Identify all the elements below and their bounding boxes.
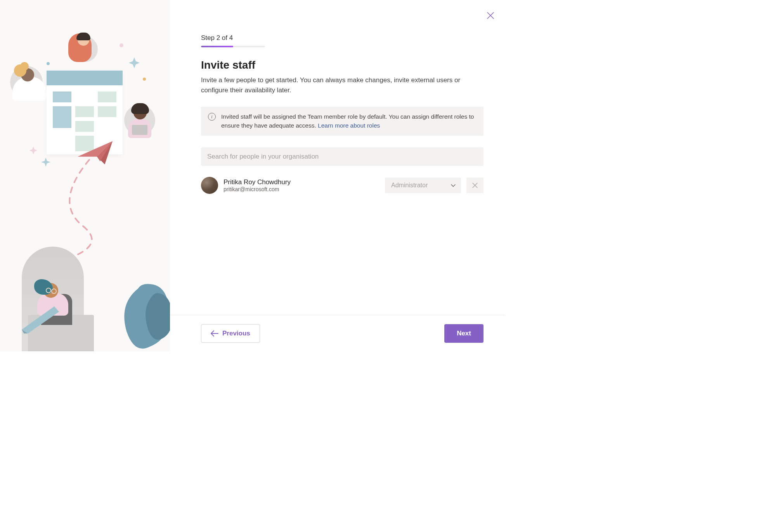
next-button[interactable]: Next	[444, 324, 484, 343]
info-banner: i Invited staff will be assigned the Tea…	[201, 107, 484, 136]
info-text: Invited staff will be assigned the Team …	[221, 112, 477, 130]
learn-more-link[interactable]: Learn more about roles	[318, 122, 380, 129]
close-button[interactable]	[487, 12, 496, 21]
illustration-panel	[0, 0, 170, 351]
previous-button[interactable]: Previous	[201, 324, 260, 343]
role-label: Administrator	[391, 182, 428, 189]
avatar	[201, 177, 218, 194]
progress-fill	[201, 46, 233, 47]
remove-staff-button[interactable]	[466, 178, 484, 193]
arrow-left-icon	[211, 330, 218, 337]
page-subtitle: Invite a few people to get started. You …	[201, 75, 484, 95]
step-label: Step 2 of 4	[201, 34, 484, 42]
next-label: Next	[457, 330, 471, 337]
staff-info: Pritika Roy Chowdhury pritikar@microsoft…	[224, 178, 380, 192]
staff-email: pritikar@microsoft.com	[224, 186, 380, 192]
search-input[interactable]	[201, 147, 484, 166]
role-select[interactable]: Administrator	[385, 178, 461, 193]
page-title: Invite staff	[201, 59, 484, 71]
close-icon	[487, 12, 494, 19]
info-icon: i	[208, 113, 216, 121]
svg-marker-5	[41, 157, 50, 167]
main-content: Step 2 of 4 Invite staff Invite a few pe…	[170, 0, 505, 315]
svg-marker-6	[22, 306, 59, 333]
previous-label: Previous	[222, 330, 250, 337]
staff-name: Pritika Roy Chowdhury	[224, 178, 380, 186]
chevron-down-icon	[450, 182, 456, 188]
progress-bar	[201, 46, 265, 47]
staff-row: Pritika Roy Chowdhury pritikar@microsoft…	[201, 177, 484, 194]
close-icon	[472, 183, 478, 188]
footer-nav: Previous Next	[170, 315, 505, 351]
svg-marker-3	[129, 57, 140, 68]
svg-marker-4	[29, 147, 37, 154]
